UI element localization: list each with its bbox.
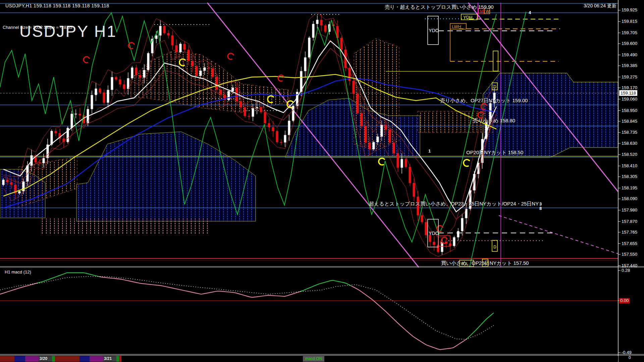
timeline-session-bar: 3/203/21macd ON: [0, 356, 618, 362]
candle-body: [6, 180, 9, 182]
level-label: LWH: [452, 24, 461, 29]
price-tick-label: 158.520: [622, 152, 637, 157]
candle-body: [163, 26, 166, 33]
candle-body: [284, 135, 286, 142]
price-tick-label: 158.630: [622, 141, 637, 146]
bar-zero-label: 0: [629, 355, 631, 360]
candle-body: [123, 84, 125, 89]
candle-body: [316, 20, 319, 24]
candle-body: [95, 88, 97, 95]
candle-body: [107, 90, 109, 103]
macd-tick-label: -0.49: [622, 350, 632, 355]
candle-body: [135, 68, 138, 75]
level-label: YDO: [429, 28, 439, 33]
candle-body: [461, 218, 464, 231]
price-tick-label: 158.305: [622, 174, 637, 179]
omega-marker-red: [127, 42, 136, 50]
price-tick-label: 157.440: [622, 263, 637, 268]
candle-body: [272, 127, 274, 131]
price-tick-label: 159.815: [622, 19, 637, 24]
candle-body: [312, 24, 315, 38]
candle-body: [324, 25, 327, 32]
wave-number: 8: [539, 206, 542, 211]
macd-line: [352, 286, 467, 349]
current-price-badge: 159.118: [619, 90, 637, 96]
level-label: D: [493, 84, 496, 89]
candle-body: [248, 116, 250, 117]
candle-body: [357, 94, 359, 113]
price-tick-label: 159.275: [622, 74, 637, 79]
macd-tick-label: 0.00: [619, 298, 630, 303]
candle-body: [167, 33, 170, 35]
candlestick-chart-canvas[interactable]: 4138YDOYDCYDHLWHYDLMWWLHDD: [0, 0, 644, 362]
candle-body: [405, 159, 407, 167]
level-label: YDH: [463, 15, 472, 20]
omega-marker-yellow: [462, 158, 471, 167]
candle-body: [91, 95, 93, 109]
candle-body: [320, 20, 323, 25]
candle-body: [457, 231, 460, 237]
candle-body: [361, 113, 363, 126]
price-tick-label: 157.655: [622, 241, 637, 246]
wave-number: 1: [428, 148, 431, 154]
session-segment: [90, 356, 103, 362]
level-label: L: [440, 240, 442, 245]
symbol-title: USDJPY,H1 159.118 159.118 159.118 159.11…: [5, 3, 109, 8]
trade-note: 売り小さめ 158.80: [473, 118, 515, 124]
candle-body: [365, 126, 367, 142]
candle-body: [244, 107, 246, 116]
session-segment: [79, 356, 90, 362]
candle-body: [397, 153, 399, 168]
ichimoku-cloud: [18, 157, 77, 207]
candle-body: [264, 112, 266, 123]
price-tick-label: 159.925: [622, 7, 637, 12]
session-segment: [0, 356, 14, 362]
candle-body: [373, 142, 375, 149]
session-segment: [116, 356, 119, 362]
candle-body: [240, 101, 242, 107]
candle-body: [79, 114, 81, 115]
candle-body: [369, 142, 371, 149]
channel-info: Channel size = 2032 Slope = -28.65: [3, 25, 72, 30]
candle-body: [71, 114, 73, 128]
candle-body: [208, 67, 210, 68]
candle-body: [155, 36, 158, 39]
candle-body: [18, 191, 21, 193]
candle-body: [192, 61, 194, 66]
candle-body: [43, 158, 45, 163]
price-tick-label: 159.385: [622, 63, 637, 68]
omega-marker-red: [277, 74, 285, 82]
trend-line: [499, 216, 618, 254]
trade-note: 超えるとストップロス買い小さめ、OP23・25日NYカット/OP24・25日NY: [369, 201, 539, 207]
candle-body: [196, 66, 198, 76]
candle-body: [204, 67, 206, 71]
session-segment: [25, 356, 39, 362]
candle-body: [292, 106, 294, 121]
candle-body: [353, 81, 355, 94]
session-segment: [119, 356, 121, 362]
session-segment: [55, 356, 79, 362]
candle-body: [308, 38, 311, 57]
candle-body: [99, 88, 101, 93]
date-label: 3/21: [104, 356, 112, 361]
candle-body: [252, 108, 254, 117]
candle-body: [280, 142, 282, 143]
candle-body: [119, 79, 121, 84]
price-tick-label: 157.870: [622, 219, 637, 224]
candle-body: [216, 77, 218, 89]
candle-body: [175, 45, 178, 52]
price-tick-label: 159.170: [622, 85, 637, 90]
macd-toggle-badge[interactable]: macd ON: [303, 356, 324, 362]
candle-body: [139, 75, 142, 77]
candle-body: [377, 137, 379, 142]
candle-body: [453, 237, 455, 246]
wave-number: 4: [529, 10, 531, 15]
level-label: H: [445, 240, 448, 245]
macd-line: [38, 273, 99, 283]
candle-body: [147, 53, 150, 70]
candle-body: [433, 242, 435, 245]
price-tick-label: 158.195: [622, 185, 637, 190]
trade-note: OP20日NYカット 158.50: [466, 149, 523, 156]
candle-body: [401, 159, 403, 168]
macd-line: [301, 280, 352, 291]
